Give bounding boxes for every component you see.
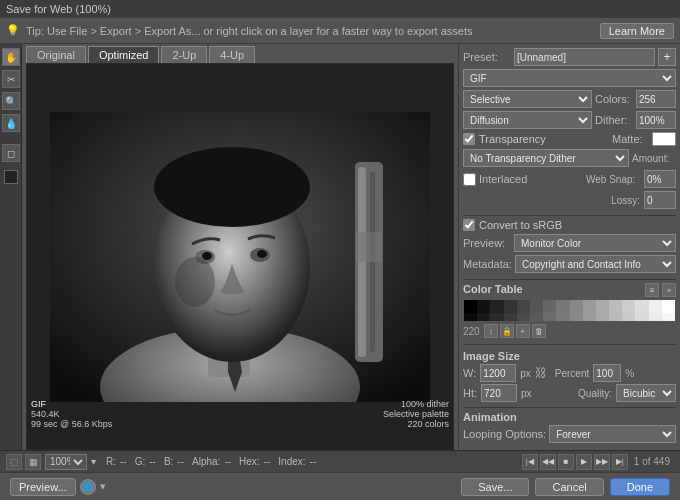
slice-tool[interactable]: ✂ [2, 70, 20, 88]
eyedropper-tool[interactable]: 💧 [2, 114, 20, 132]
browser-chevron: ▾ [100, 480, 106, 493]
title-bar-text: Save for Web (100%) [6, 3, 111, 15]
color-cell-27[interactable] [609, 313, 622, 322]
zoom-tool[interactable]: 🔍 [2, 92, 20, 110]
tab-optimized[interactable]: Optimized [88, 46, 160, 63]
tab-2up[interactable]: 2-Up [161, 46, 207, 63]
color-cell-20[interactable] [517, 313, 530, 322]
dither-pct-label: Dither: [595, 114, 633, 126]
quality-select[interactable]: Bicubic [616, 384, 676, 402]
color-cell-29[interactable] [635, 313, 648, 322]
done-button[interactable]: Done [610, 478, 670, 496]
percent-label: Percent [555, 368, 589, 379]
color-cell-8[interactable] [570, 300, 583, 313]
color-cell-9[interactable] [583, 300, 596, 313]
color-cell-5[interactable] [530, 300, 543, 313]
frame-icon[interactable]: ⬚ [6, 454, 22, 470]
zoom-select[interactable]: 100% [45, 454, 87, 470]
color-cell-24[interactable] [570, 313, 583, 322]
anim-stop-btn[interactable]: ■ [558, 454, 574, 470]
quality-label: Quality: [578, 388, 612, 399]
slice-icon[interactable]: ▦ [25, 454, 41, 470]
preset-input[interactable] [514, 48, 655, 66]
color-cell-30[interactable] [649, 313, 662, 322]
canvas-area: GIF 540.4K 99 sec @ 56.6 Kbps 100% dithe… [26, 63, 454, 450]
anim-prev-btn[interactable]: ◀◀ [540, 454, 556, 470]
save-button[interactable]: Save... [461, 478, 529, 496]
no-trans-dither-select[interactable]: No Transparency Dither [463, 149, 629, 167]
tab-4up[interactable]: 4-Up [209, 46, 255, 63]
anim-next-btn[interactable]: ▶▶ [594, 454, 610, 470]
color-cell-3[interactable] [504, 300, 517, 313]
preset-add-btn[interactable]: + [658, 48, 676, 66]
color-cell-31[interactable] [662, 313, 675, 322]
format-select[interactable]: GIF [463, 69, 676, 87]
add-color-icon[interactable]: + [516, 324, 530, 338]
color-cell-15[interactable] [662, 300, 675, 313]
ct-icon-1[interactable]: ≡ [645, 283, 659, 297]
websnap-input[interactable] [644, 170, 676, 188]
color-cell-4[interactable] [517, 300, 530, 313]
image-size-section: Image Size W: px ⛓ Percent % Ht: px Qual… [463, 350, 676, 404]
dither-pct-input[interactable] [636, 111, 676, 129]
matte-swatch[interactable] [652, 132, 676, 146]
color-cell-10[interactable] [596, 300, 609, 313]
color-cell-14[interactable] [649, 300, 662, 313]
color-cell-2[interactable] [490, 300, 503, 313]
color-cell-18[interactable] [490, 313, 503, 322]
convert-srgb-row: Convert to sRGB [463, 219, 676, 231]
color-cell-22[interactable] [543, 313, 556, 322]
color-cell-17[interactable] [477, 313, 490, 322]
h-unit: px [521, 388, 532, 399]
dither-select[interactable]: Diffusion [463, 111, 592, 129]
sort-icon[interactable]: ↕ [484, 324, 498, 338]
color-cell-11[interactable] [609, 300, 622, 313]
animation-controls: |◀ ◀◀ ■ ▶ ▶▶ ▶| 1 of 449 [522, 454, 674, 470]
preview-select[interactable]: Monitor Color [514, 234, 676, 252]
color-cell-12[interactable] [622, 300, 635, 313]
transparency-checkbox[interactable] [463, 133, 475, 145]
top-bar: 💡 Tip: Use File > Export > Export As... … [0, 18, 680, 44]
color-cell-0[interactable] [464, 300, 477, 313]
image-overlay-info: GIF 540.4K 99 sec @ 56.6 Kbps [31, 399, 112, 429]
lock-icon[interactable]: 🔒 [500, 324, 514, 338]
lossy-input[interactable] [644, 191, 676, 209]
ct-icon-2[interactable]: + [662, 283, 676, 297]
reduction-select[interactable]: Selective [463, 90, 592, 108]
color-cell-19[interactable] [504, 313, 517, 322]
metadata-select[interactable]: Copyright and Contact Info [515, 255, 676, 273]
color-cell-16[interactable] [464, 313, 477, 322]
browser-icon[interactable]: 🌐 [80, 479, 96, 495]
color-cell-21[interactable] [530, 313, 543, 322]
color-cell-23[interactable] [556, 313, 569, 322]
color-cell-6[interactable] [543, 300, 556, 313]
convert-srgb-checkbox[interactable] [463, 219, 475, 231]
remove-color-icon[interactable]: 🗑 [532, 324, 546, 338]
anim-last-btn[interactable]: ▶| [612, 454, 628, 470]
learn-more-button[interactable]: Learn More [600, 23, 674, 39]
svg-rect-15 [356, 232, 382, 262]
toggle-preview[interactable]: ◻ [2, 144, 20, 162]
transparency-label: Transparency [479, 133, 546, 145]
color-cell-28[interactable] [622, 313, 635, 322]
hex-value: -- [264, 456, 271, 467]
color-swatch[interactable] [4, 170, 18, 184]
looping-select[interactable]: Forever [549, 425, 676, 443]
w-input[interactable] [480, 364, 516, 382]
hand-tool[interactable]: ✋ [2, 48, 20, 66]
anim-first-btn[interactable]: |◀ [522, 454, 538, 470]
cancel-button[interactable]: Cancel [535, 478, 603, 496]
h-input[interactable] [481, 384, 517, 402]
color-cell-13[interactable] [635, 300, 648, 313]
zoom-dropdown-icon: ▾ [91, 456, 96, 467]
color-cell-26[interactable] [596, 313, 609, 322]
colors-input[interactable] [636, 90, 676, 108]
tab-original[interactable]: Original [26, 46, 86, 63]
preview-button[interactable]: Preview... [10, 478, 76, 496]
percent-input[interactable] [593, 364, 621, 382]
color-cell-25[interactable] [583, 313, 596, 322]
color-cell-7[interactable] [556, 300, 569, 313]
interlaced-checkbox[interactable] [463, 173, 476, 186]
color-cell-1[interactable] [477, 300, 490, 313]
anim-play-btn[interactable]: ▶ [576, 454, 592, 470]
